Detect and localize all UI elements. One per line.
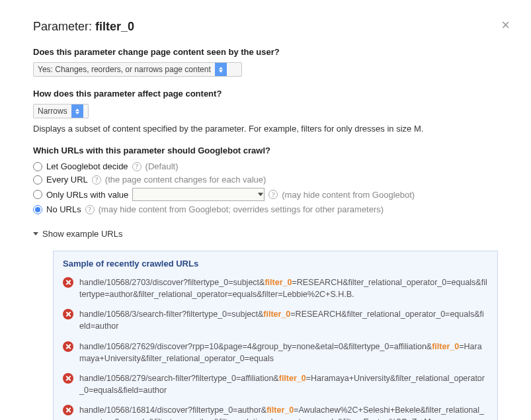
url-text: handle/10568/2703/discover?filtertype_0=… <box>79 276 488 300</box>
help-icon[interactable]: ? <box>92 175 101 185</box>
highlight-param: filter_0 <box>279 374 306 383</box>
error-icon <box>63 405 73 415</box>
radio-label: No URLs <box>46 204 81 214</box>
highlight-param: filter_0 <box>432 342 459 351</box>
radio-label: Only URLs with value <box>46 190 128 200</box>
radio-icon <box>33 175 42 185</box>
page-title: Parameter: filter_0 <box>33 20 498 34</box>
radio-hint: (Default) <box>145 161 179 171</box>
value-input[interactable] <box>132 188 265 201</box>
url-row: handle/10568/2703/discover?filtertype_0=… <box>63 273 488 304</box>
select-change-content-value: Yes: Changes, reorders, or narrows page … <box>38 65 211 74</box>
radio-label: Every URL <box>46 175 88 185</box>
url-row: handle/10568/16814/discover?filtertype_0… <box>63 400 488 420</box>
radio-row[interactable]: Only URLs with value ? (may hide content… <box>33 188 498 201</box>
highlight-param: filter_0 <box>265 278 292 287</box>
url-row: handle/10568/279/search-filter?filtertyp… <box>63 368 488 400</box>
url-text: handle/10568/16814/discover?filtertype_0… <box>79 404 488 420</box>
url-text: handle/10568/3/search-filter?filtertype_… <box>79 308 488 332</box>
highlight-param: filter_0 <box>266 405 294 415</box>
chevron-down-icon <box>33 232 38 235</box>
url-text: handle/10568/279/search-filter?filtertyp… <box>79 372 488 396</box>
select-affect-content[interactable]: Narrows <box>33 104 89 118</box>
title-parameter: filter_0 <box>95 20 134 33</box>
help-icon[interactable]: ? <box>268 190 278 199</box>
question-3: Which URLs with this parameter should Go… <box>33 146 498 155</box>
radio-icon <box>33 205 42 214</box>
select-change-content[interactable]: Yes: Changes, reorders, or narrows page … <box>33 62 242 77</box>
select-affect-content-value: Narrows <box>38 106 67 116</box>
error-icon <box>63 341 73 352</box>
crawl-radio-group: Let Googlebot decide ? (Default)Every UR… <box>33 161 498 214</box>
error-icon <box>63 309 73 319</box>
affect-description: Displays a subset of content specified b… <box>33 124 498 134</box>
toggle-label: Show example URLs <box>42 229 122 239</box>
radio-row[interactable]: Every URL ? (the page content changes fo… <box>33 175 498 185</box>
radio-row[interactable]: No URLs ? (may hide content from Googleb… <box>33 204 498 214</box>
dropdown-arrow-icon <box>71 105 83 118</box>
radio-hint: (may hide content from Googlebot; overri… <box>99 204 384 214</box>
url-row: handle/10568/27629/discover?rpp=10&page=… <box>63 337 488 368</box>
radio-hint: (may hide content from Googlebot) <box>282 190 415 200</box>
sample-urls-box: Sample of recently crawled URLs handle/1… <box>53 251 498 420</box>
close-icon[interactable]: × <box>501 17 510 34</box>
radio-hint: (the page content changes for each value… <box>105 175 266 185</box>
radio-icon <box>33 162 42 171</box>
sample-urls-title: Sample of recently crawled URLs <box>63 259 488 269</box>
question-1: Does this parameter change page content … <box>33 47 498 57</box>
radio-row[interactable]: Let Googlebot decide ? (Default) <box>33 161 498 171</box>
help-icon[interactable]: ? <box>132 162 142 171</box>
title-prefix: Parameter: <box>33 20 95 33</box>
radio-icon <box>33 190 42 199</box>
highlight-param: filter_0 <box>263 310 290 319</box>
url-text: handle/10568/27629/discover?rpp=10&page=… <box>79 341 488 364</box>
parameter-dialog: × Parameter: filter_0 Does this paramete… <box>0 0 531 420</box>
dropdown-arrow-icon <box>215 63 227 76</box>
error-icon <box>63 373 73 384</box>
url-row: handle/10568/3/search-filter?filtertype_… <box>63 304 488 336</box>
toggle-example-urls[interactable]: Show example URLs <box>33 229 498 239</box>
error-icon <box>63 277 73 288</box>
radio-label: Let Googlebot decide <box>46 161 128 171</box>
question-2: How does this parameter affect page cont… <box>33 89 498 99</box>
help-icon[interactable]: ? <box>85 205 95 214</box>
